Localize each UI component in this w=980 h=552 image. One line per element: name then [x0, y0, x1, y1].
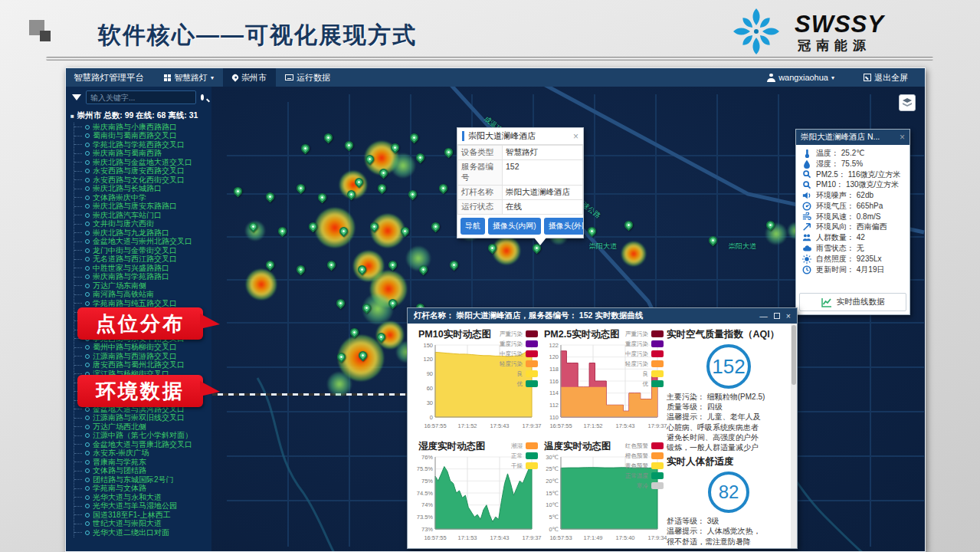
map-layers-button[interactable]: [899, 94, 916, 111]
lamp-icon: [85, 186, 90, 191]
svg-text:17:1:52: 17:1:52: [457, 422, 477, 429]
nav-item-run-data[interactable]: 运行数据: [276, 68, 339, 87]
svg-text:25℃: 25℃: [546, 465, 559, 472]
chart-legend: 严重污染重度污染中度污染轻度污染良优: [500, 329, 538, 389]
maximize-icon[interactable]: [774, 313, 780, 319]
svg-text:112: 112: [549, 402, 559, 409]
popup-row: 服务器编号152: [458, 160, 583, 186]
realtime-curve-button[interactable]: 实时曲线数据: [799, 293, 906, 311]
exit-fullscreen-button[interactable]: 退出全屏: [854, 68, 917, 87]
collapse-icon[interactable]: ■: [70, 113, 74, 120]
svg-text:110: 110: [549, 414, 559, 421]
lamp-icon: [85, 425, 90, 429]
svg-text:73.5%: 73.5%: [417, 514, 434, 521]
svg-text:150: 150: [423, 342, 433, 349]
aqi-info-line: 锻炼，一般人群适量减少户: [667, 442, 791, 452]
company-logo: SWSSY 冠南能源: [729, 5, 959, 58]
thermometer-icon: [802, 149, 811, 158]
street-label: 崇阳大道: [729, 242, 756, 251]
legend-swatch: [526, 350, 538, 357]
popup-row: 设备类型智慧路灯: [458, 146, 583, 160]
lamp-icon: [85, 213, 90, 218]
legend-swatch: [651, 442, 664, 449]
heatmap-blob: [493, 237, 520, 264]
logo-subtext: 冠南能源: [798, 37, 871, 54]
street-label: 崇阳大道: [589, 242, 617, 251]
close-icon[interactable]: ×: [900, 133, 905, 142]
lamp-icon: [85, 478, 90, 482]
popup-button[interactable]: 摄像头(内网): [488, 218, 541, 235]
legend-swatch: [526, 370, 538, 377]
lamp-icon: [85, 495, 90, 500]
legend-swatch: [651, 482, 664, 489]
lamp-icon: [85, 274, 90, 279]
popup-button[interactable]: 摄像头(外网): [544, 218, 583, 235]
chart-panel-title: 灯杆名称： 崇阳大道澜峰酒店，服务器编号： 152 实时数据曲线: [414, 310, 759, 321]
lamp-icon: [85, 486, 90, 491]
lamp-icon: [85, 433, 90, 438]
svg-text:122: 122: [549, 342, 559, 349]
user-menu[interactable]: wangxiaohua▾: [758, 68, 844, 87]
filter-icon[interactable]: [72, 94, 81, 100]
legend-swatch: [651, 330, 664, 337]
lamp-icon: [85, 531, 90, 535]
lamp-icon: [85, 257, 90, 261]
lamp-icon: [85, 504, 90, 508]
popup-button[interactable]: 导航: [461, 218, 485, 235]
popup-row: 运行状态在线: [458, 200, 583, 215]
chart-title: 温度实时动态图: [544, 440, 611, 453]
nav-item-city[interactable]: 崇州市: [223, 68, 276, 87]
comfort-title: 实时人体舒适度: [665, 452, 791, 468]
clock-icon: [802, 265, 811, 274]
chart-legend: 红色预警橙色预警黄色预警正常温度寒冷: [625, 441, 664, 491]
env-panel-title: 崇阳大道澜峰酒店 N...: [801, 132, 900, 143]
svg-text:10℃: 10℃: [546, 501, 559, 508]
svg-text:16:57:55: 16:57:55: [424, 422, 446, 429]
lamp-icon: [85, 133, 90, 138]
chevron-down-icon: ▾: [211, 74, 214, 81]
search-icon[interactable]: [201, 94, 204, 100]
legend-swatch: [526, 360, 538, 367]
sidebar-item-lamp[interactable]: 光华大道二绕出口对面: [85, 528, 211, 537]
svg-text:116: 116: [549, 378, 559, 385]
svg-text:0℃: 0℃: [549, 526, 559, 533]
svg-text:17:1:52: 17:1:52: [583, 422, 602, 429]
tree-root[interactable]: ■崇州市 总数: 99 在线: 68 离线: 31: [66, 108, 211, 123]
comfort-info-line: 舒适等级： 3级: [667, 516, 791, 526]
callout-point-distribution: 点位分布: [77, 307, 203, 340]
scrollbar-thumb[interactable]: [792, 325, 796, 385]
legend-swatch: [651, 472, 664, 479]
app-brand: 智慧路灯管理平台: [66, 72, 155, 84]
aqi-info-line: 心脏病、呼吸系统疾病患者: [667, 422, 791, 432]
lamp-icon: [85, 204, 90, 209]
env-reading: 环境噪声： 62db: [802, 190, 905, 201]
pressure-icon: [802, 202, 811, 211]
comfort-info-line: 温馨提示： 人体感觉次热，: [667, 526, 791, 536]
chart-title: PM2.5实时动态图: [544, 328, 620, 341]
svg-text:120: 120: [549, 353, 559, 360]
people-icon: [802, 233, 811, 242]
minimize-icon[interactable]: —: [759, 311, 768, 320]
lamp-icon: [85, 451, 90, 455]
env-reading: PM10： 130微克/立方米: [802, 179, 905, 190]
callout-env-data: 环境数据: [77, 375, 203, 407]
user-icon: [767, 74, 775, 82]
aqi-column: 实时空气质量指数（AQI） 152 主要污染： 细颗粒物(PM2.5)质量等级：…: [665, 324, 791, 548]
search-input[interactable]: [86, 90, 196, 104]
sun-icon: [802, 255, 811, 264]
svg-text:75.5%: 75.5%: [417, 465, 434, 472]
temperature-chart: 温度实时动态图红色预警橙色预警黄色预警正常温度寒冷0℃5℃10℃15℃20℃25…: [539, 439, 664, 548]
legend-swatch: [526, 340, 538, 347]
svg-text:120: 120: [423, 356, 433, 363]
realtime-chart-panel: 灯杆名称： 崇阳大道澜峰酒店，服务器编号： 152 实时数据曲线 — × PM1…: [407, 307, 798, 549]
svg-text:30: 30: [427, 399, 433, 406]
svg-text:0: 0: [430, 414, 433, 421]
close-icon[interactable]: ×: [573, 132, 578, 141]
wind-speed-icon: [802, 212, 811, 222]
legend-swatch: [526, 442, 538, 449]
comfort-info: 舒适等级： 3级温馨提示： 人体感觉次热，很不舒适，需注意防暑降温；: [665, 516, 791, 548]
svg-text:75%: 75%: [421, 478, 433, 485]
nav-item-lamps[interactable]: 智慧路灯▾: [155, 68, 223, 87]
close-icon[interactable]: ×: [786, 311, 791, 320]
scrollbar[interactable]: [791, 324, 797, 548]
